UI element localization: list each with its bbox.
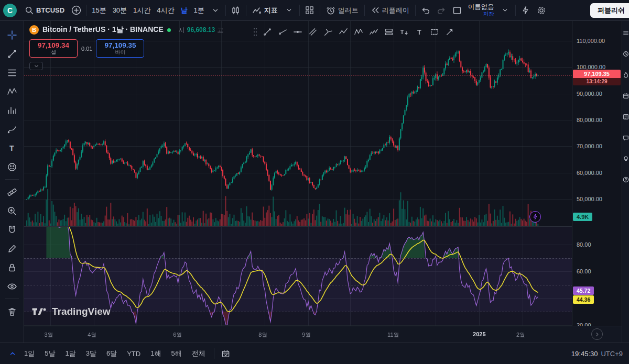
clock[interactable]: 19:45:30 UTC+9 [571, 350, 623, 358]
interval-4h-button[interactable]: 4시간 [154, 3, 177, 18]
layout-grid-button[interactable] [302, 3, 318, 18]
sell-button[interactable]: 97,109.34 셀 [29, 39, 78, 58]
time-axis-label: 2월 [516, 331, 525, 339]
price-tick: 110,000.00 [577, 38, 605, 44]
account-avatar[interactable]: C [3, 4, 17, 17]
price-axis[interactable]: 110,000.00 100,000.00 90,000.00 80,000.0… [572, 21, 622, 326]
time-axis[interactable]: 3월4월6월8월9월11월20252월 [24, 326, 622, 343]
range-ytd-button[interactable]: YTD [122, 347, 145, 360]
range-3m-button[interactable]: 3달 [81, 346, 101, 361]
range-5d-button[interactable]: 5날 [40, 346, 60, 361]
tool-zigzag[interactable] [337, 25, 350, 39]
draw-mode-tool-button[interactable] [3, 240, 21, 257]
tool-long-position[interactable] [382, 25, 396, 39]
left-panel-toggle-button[interactable] [6, 346, 19, 361]
text-tool-button[interactable]: T [3, 139, 21, 157]
interval-1h-button[interactable]: 1시간 [130, 3, 154, 18]
brush-tool-button[interactable] [3, 120, 21, 138]
lock-icon [7, 262, 17, 273]
tool-ray[interactable] [276, 25, 289, 39]
compare-add-button[interactable] [68, 3, 84, 18]
chart-area[interactable]: T T B Bitcoin / TetherUS · 1날 · BINANCE … [24, 21, 622, 343]
interval-15m-button[interactable]: 15분 [89, 3, 109, 18]
tool-pitchfork[interactable] [321, 25, 335, 39]
undo-button[interactable] [418, 3, 433, 18]
drag-handle[interactable] [253, 25, 258, 39]
rsi-tick: 60.00 [577, 268, 591, 274]
redo-button[interactable] [433, 3, 449, 18]
forecast-tool-button[interactable] [3, 102, 21, 119]
crosshair-tool-button[interactable] [3, 26, 21, 43]
chart-style-button[interactable] [228, 3, 244, 18]
time-axis-label: 8월 [258, 331, 267, 339]
hotlists-panel-button[interactable] [622, 71, 629, 78]
tool-trendline[interactable] [261, 25, 274, 39]
chat-panel-button[interactable] [622, 134, 629, 141]
quick-search-button[interactable] [518, 3, 534, 18]
range-1m-button[interactable]: 1달 [60, 346, 80, 361]
trading-panel-toggle-button[interactable] [29, 62, 43, 70]
plus-circle-icon [71, 5, 81, 15]
ideas-panel-button[interactable] [622, 155, 629, 162]
zoom-tool-button[interactable] [3, 202, 21, 219]
watchlist-icon [623, 30, 629, 36]
layout-save-block[interactable]: 이름없음 저장 [465, 4, 497, 16]
help-panel-button[interactable] [622, 176, 629, 183]
indicators-button[interactable]: 지표 [248, 3, 281, 18]
chat-bubble-icon [623, 135, 629, 141]
interval-menu-button[interactable] [208, 3, 223, 18]
tool-horizontal-line[interactable] [291, 25, 305, 39]
lock-drawings-button[interactable] [3, 259, 21, 276]
lightning-icon [521, 6, 530, 15]
market-status-dot[interactable] [167, 28, 171, 32]
pitchfork-icon [323, 27, 333, 37]
fib-retracement-tool-button[interactable] [3, 64, 21, 81]
range-all-button[interactable]: 전체 [187, 346, 210, 361]
trend-line-tool-button[interactable] [3, 45, 21, 62]
calendar-panel-button[interactable] [622, 92, 629, 99]
tool-rectangle[interactable] [428, 25, 441, 39]
replay-button[interactable]: 리플레이 [367, 3, 413, 18]
alerts-panel-button[interactable] [622, 50, 629, 57]
time-axis-label: 6월 [173, 331, 182, 339]
chart-settings-button[interactable] [534, 3, 549, 18]
watchlist-panel-button[interactable] [622, 29, 629, 36]
symbol-title[interactable]: Bitcoin / TetherUS · 1날 · BINANCE [42, 25, 164, 35]
tool-arrow-marker[interactable] [443, 25, 457, 39]
toolbar-divider [86, 5, 86, 16]
publish-button[interactable]: 퍼블리쉬 [590, 3, 629, 18]
alert-button[interactable]: 얼러트 [322, 3, 362, 18]
news-panel-button[interactable] [622, 113, 629, 120]
pattern-tool-button[interactable] [3, 83, 21, 100]
tool-text[interactable]: T [413, 25, 426, 39]
interval-1m-button[interactable]: 1분 [191, 3, 208, 18]
tool-parallel-channel[interactable] [306, 25, 320, 39]
multichart-layout-button[interactable] [449, 3, 465, 18]
time-axis-settings-button[interactable] [591, 328, 603, 340]
measure-tool-button[interactable] [3, 183, 21, 201]
layout-menu-button[interactable] [497, 3, 513, 18]
emoji-tool-button[interactable] [3, 158, 21, 175]
instant-trading-badge[interactable] [529, 211, 541, 223]
toolbar-divider [415, 5, 416, 16]
indicator-templates-button[interactable] [281, 3, 297, 18]
hide-drawings-button[interactable] [3, 278, 21, 295]
remove-drawings-button[interactable] [3, 303, 21, 320]
buy-button[interactable]: 97,109.35 바이 [96, 39, 144, 58]
magnet-tool-button[interactable] [3, 221, 21, 238]
interval-30m-button[interactable]: 30분 [110, 3, 130, 18]
last-price-label[interactable]: 97,109.35 13:14:29 [573, 70, 621, 85]
range-1d-button[interactable]: 1일 [19, 346, 39, 361]
parallel-channel-icon [308, 27, 318, 37]
tool-elliott-wave[interactable] [367, 25, 381, 39]
tool-xabcd-pattern[interactable] [352, 25, 365, 39]
symbol-search-button[interactable]: BTCUSD [21, 3, 68, 18]
interval-1d-button[interactable]: 날 [178, 3, 191, 18]
replay-label: 리플레이 [382, 6, 409, 15]
range-6m-button[interactable]: 6달 [102, 346, 122, 361]
price-tick: 60,000.00 [577, 170, 602, 176]
go-to-date-button[interactable] [218, 346, 234, 361]
range-5y-button[interactable]: 5해 [166, 346, 186, 361]
range-1y-button[interactable]: 1해 [146, 346, 166, 361]
tool-anchored-text[interactable]: T [397, 25, 411, 39]
